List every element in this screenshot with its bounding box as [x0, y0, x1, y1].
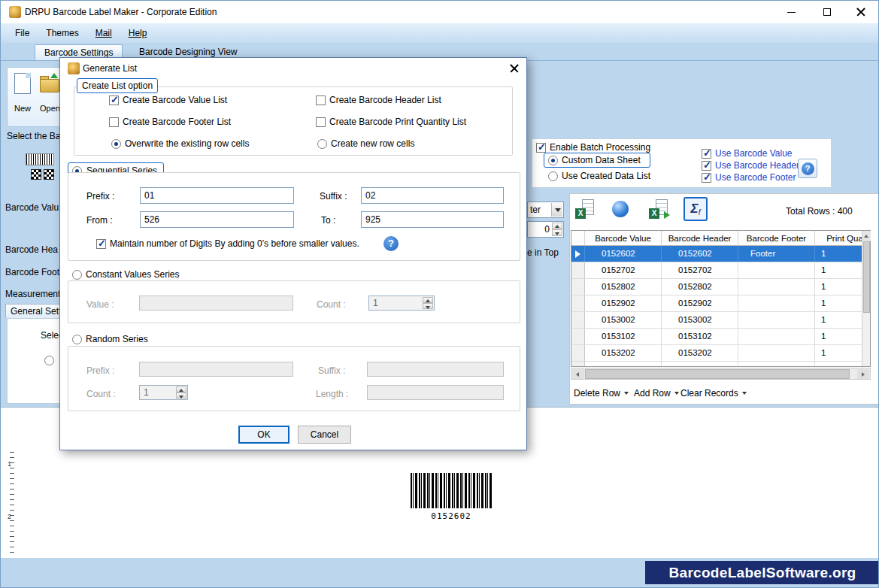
table-row[interactable]: 0153202 0153202 1	[571, 345, 870, 362]
qr-barcode-sample-icon[interactable]	[31, 169, 41, 180]
minimize-button[interactable]	[774, 1, 808, 23]
chevron-down-icon[interactable]	[551, 203, 562, 217]
open-button-label[interactable]: Open	[40, 104, 60, 113]
sequential-help-button[interactable]: ?	[383, 236, 399, 251]
datamatrix-barcode-sample-icon[interactable]	[44, 169, 54, 180]
maximize-button[interactable]	[810, 1, 844, 23]
import-excel-icon[interactable]	[649, 199, 668, 219]
create-barcode-print-quantity-list-checkbox[interactable]	[316, 117, 326, 127]
delete-row-button[interactable]: Delete Row	[569, 385, 633, 402]
random-prefix-input[interactable]	[139, 362, 293, 377]
add-row-button[interactable]: Add Row	[629, 385, 683, 402]
maintain-digits-checkbox[interactable]	[96, 239, 106, 249]
use-barcode-header-checkbox[interactable]	[702, 161, 711, 171]
random-series-radio[interactable]	[72, 335, 82, 344]
constant-value-input[interactable]	[139, 296, 293, 311]
menu-file[interactable]: File	[7, 25, 38, 41]
create-barcode-header-list-checkbox[interactable]	[316, 95, 326, 105]
cancel-button[interactable]: Cancel	[298, 426, 351, 444]
spinner-arrows[interactable]	[176, 386, 186, 399]
create-barcode-header-list-label: Create Barcode Header List	[329, 95, 441, 105]
spin-down-icon[interactable]	[176, 393, 186, 399]
random-length-input[interactable]	[367, 385, 504, 400]
scroll-right-icon[interactable]	[857, 369, 869, 379]
column-header-barcode-header[interactable]: Barcode Header	[662, 231, 738, 245]
spinner-arrows[interactable]	[423, 297, 433, 309]
table-row[interactable]: 0153102 0153102 1	[571, 329, 870, 345]
random-series-group	[68, 346, 520, 411]
new-button-label[interactable]: New	[14, 104, 31, 113]
column-header-barcode-value[interactable]: Barcode Value	[585, 231, 662, 245]
database-icon[interactable]	[612, 201, 629, 217]
spin-down-icon[interactable]	[552, 229, 562, 236]
from-input[interactable]	[140, 211, 294, 228]
clear-records-button[interactable]: Clear Records	[676, 385, 751, 402]
table-row[interactable]: 0153002 0153002 1	[571, 312, 870, 329]
menu-mail[interactable]: Mail	[87, 25, 120, 41]
sidebar-radio[interactable]	[44, 356, 54, 365]
suffix-input[interactable]	[361, 187, 504, 204]
menu-themes[interactable]: Themes	[38, 25, 86, 41]
table-row[interactable]: 0153302 0153302 1	[571, 362, 870, 367]
use-barcode-footer-checkbox[interactable]	[702, 173, 711, 183]
data-grid: Barcode Value Barcode Header Barcode Foo…	[571, 230, 871, 367]
overwrite-existing-rows-label: Overwrite the existing row cells	[125, 138, 249, 149]
random-count-spinner[interactable]: 1	[139, 385, 188, 400]
barcode-value-text: 0152602	[411, 511, 492, 521]
create-new-row-cells-radio[interactable]	[317, 139, 327, 149]
horizontal-scroll-thumb[interactable]	[585, 369, 850, 379]
quantity-spinner-value: 0	[544, 224, 550, 235]
random-count-label: Count :	[86, 389, 116, 399]
spin-down-icon[interactable]	[423, 303, 433, 309]
cell-value: 0153302	[585, 362, 662, 367]
custom-data-sheet-radio[interactable]	[548, 156, 558, 165]
batch-help-button[interactable]: ?	[798, 159, 817, 178]
generate-list-button[interactable]	[683, 197, 708, 221]
constant-values-series-radio[interactable]	[72, 270, 82, 280]
delete-row-label: Delete Row	[574, 388, 620, 399]
table-row[interactable]: 0152802 0152802 1	[571, 279, 870, 296]
open-folder-icon-body[interactable]	[40, 79, 59, 92]
table-row[interactable]: 0152602 0152602 Footer 1	[571, 246, 870, 262]
prefix-input[interactable]	[140, 187, 294, 204]
close-button[interactable]	[844, 1, 878, 23]
ok-button[interactable]: OK	[238, 426, 289, 444]
grid-vertical-scrollbar[interactable]	[862, 231, 870, 366]
column-header-barcode-footer[interactable]: Barcode Footer	[738, 231, 815, 245]
linear-barcode-sample-icon[interactable]	[26, 153, 54, 165]
row-selector	[571, 362, 585, 367]
spinner-arrows[interactable]	[552, 223, 562, 236]
scroll-left-icon[interactable]	[572, 369, 584, 379]
cell-value: 0153202	[585, 345, 662, 361]
constant-count-value: 1	[373, 298, 378, 308]
to-input[interactable]	[361, 211, 504, 228]
overwrite-existing-rows-radio[interactable]	[111, 139, 121, 149]
use-barcode-value-label: Use Barcode Value	[715, 148, 793, 159]
spin-up-icon[interactable]	[176, 386, 186, 393]
spin-up-icon[interactable]	[552, 223, 562, 229]
constant-count-spinner[interactable]: 1	[368, 296, 435, 311]
menu-help[interactable]: Help	[120, 25, 156, 41]
barcode-image[interactable]	[411, 473, 492, 508]
table-row[interactable]: 0152702 0152702 1	[571, 262, 870, 279]
quantity-spinner-partial[interactable]: 0	[527, 221, 564, 238]
spin-up-icon[interactable]	[423, 297, 433, 303]
grid-horizontal-scrollbar[interactable]	[571, 368, 871, 380]
excel-sheet-icon[interactable]	[575, 199, 595, 219]
chevron-down-icon	[742, 392, 747, 395]
scroll-up-icon[interactable]	[862, 231, 871, 241]
create-barcode-value-list-checkbox[interactable]	[109, 95, 119, 105]
use-created-data-list-radio[interactable]	[548, 171, 558, 181]
footer-dropdown-text: ter	[530, 205, 541, 215]
vertical-scroll-thumb[interactable]	[863, 241, 870, 313]
total-rows-label: Total Rows : 400	[786, 206, 853, 217]
use-barcode-value-checkbox[interactable]	[702, 149, 711, 159]
create-barcode-footer-list-checkbox[interactable]	[109, 117, 119, 127]
new-document-icon[interactable]	[14, 73, 31, 94]
row-selector	[571, 262, 585, 278]
random-suffix-input[interactable]	[367, 362, 504, 377]
footer-dropdown-partial[interactable]: ter	[527, 202, 564, 218]
cell-header: 0153202	[662, 345, 738, 361]
table-row[interactable]: 0152902 0152902 1	[571, 296, 870, 312]
enable-batch-processing-checkbox[interactable]	[536, 143, 546, 153]
